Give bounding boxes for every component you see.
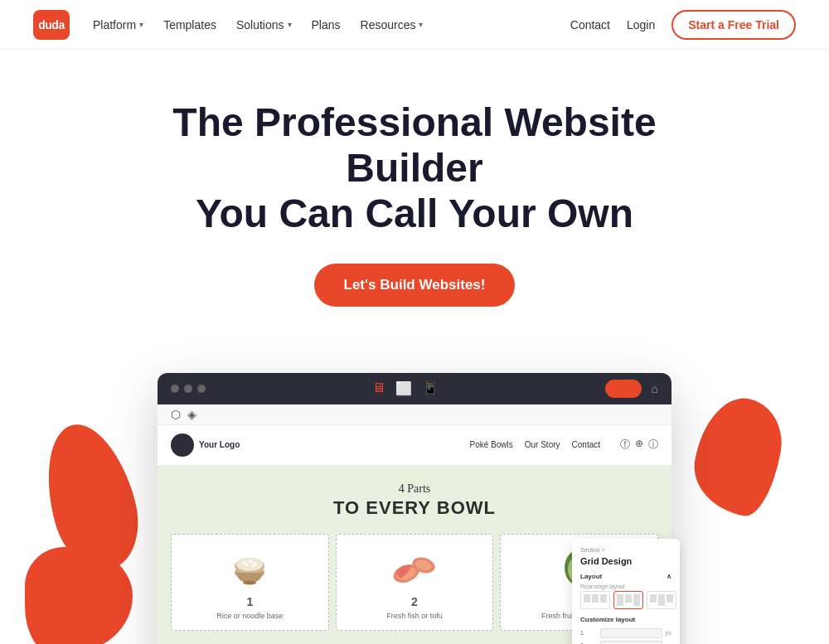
hero-section: The Professional Website Builder You Can… [0, 50, 829, 340]
grid-option-3[interactable] [647, 591, 676, 609]
browser-dot-3 [197, 385, 206, 393]
layers-icon[interactable]: ⬡ [171, 408, 181, 421]
grid-cell [650, 594, 657, 603]
nav-items: Platform ▾ Templates Solutions ▾ Plans R… [93, 18, 423, 31]
browser-bar: 🖥 ⬜ 📱 ⌂ [158, 373, 671, 404]
widget-icon[interactable]: ◈ [187, 408, 196, 421]
grid-option-2[interactable] [613, 591, 643, 609]
twitter-icon: ⓘ [648, 438, 658, 452]
grid-cell [600, 594, 607, 603]
cta-button[interactable]: Let's Build Websites! [314, 264, 516, 307]
logo[interactable]: duda [33, 10, 70, 40]
logo-box: duda [33, 10, 70, 40]
customize-rows: 1 px 2 px 3 ↖ [580, 628, 671, 644]
poke-number-2: 2 [343, 595, 487, 608]
browser-orange-button[interactable] [605, 380, 642, 398]
site-nav-links: Poké Bowls Our Story Contact [469, 440, 600, 449]
poke-title-main: TO EVERY BOWL [171, 497, 658, 519]
poke-number-1: 1 [178, 595, 322, 608]
panel-rearrange-label: Rearrange layout [580, 583, 671, 589]
browser-window: 🖥 ⬜ 📱 ⌂ ⬡ ◈ Your Logo Poké Bowls [158, 373, 671, 644]
grid-cell [667, 594, 673, 603]
instagram-icon: ⊕ [635, 438, 643, 452]
panel-section-label: Section > [580, 547, 671, 553]
site-nav-link-3: Contact [572, 440, 600, 449]
panel-grid-options [580, 591, 671, 609]
site-logo-circle [171, 433, 194, 457]
poke-image-salmon [343, 545, 487, 590]
nav-left: duda Platform ▾ Templates Solutions ▾ Pl… [33, 10, 423, 40]
mockup-section: 🖥 ⬜ 📱 ⌂ ⬡ ◈ Your Logo Poké Bowls [0, 356, 829, 644]
logo-text: duda [38, 18, 64, 31]
login-link[interactable]: Login [627, 18, 655, 31]
poke-desc-1: Rice or noodle base [178, 612, 322, 620]
site-logo: Your Logo [171, 433, 240, 457]
panel-layout-label: Layout ∧ [580, 573, 671, 580]
grid-cell [592, 594, 599, 603]
browser-device-icons: 🖥 ⬜ 📱 [372, 380, 439, 396]
nav-item-solutions[interactable]: Solutions ▾ [236, 18, 292, 31]
customize-row-2: 2 px [580, 641, 671, 644]
mobile-icon[interactable]: 📱 [422, 380, 439, 396]
browser-dot-1 [171, 385, 179, 393]
poke-image-bowl [178, 545, 322, 590]
grid-cell [633, 594, 640, 606]
nav-item-plans[interactable]: Plans [312, 18, 341, 31]
start-free-trial-button[interactable]: Start a Free Trial [671, 10, 796, 40]
svg-point-3 [242, 561, 247, 564]
grid-cell [584, 594, 590, 603]
tablet-icon[interactable]: ⬜ [395, 380, 412, 396]
px-label: px [666, 630, 671, 636]
hero-title: The Professional Website Builder You Can… [124, 99, 705, 237]
desktop-icon[interactable]: 🖥 [372, 380, 385, 396]
chevron-down-icon: ▾ [288, 20, 292, 29]
site-nav: Your Logo Poké Bowls Our Story Contact ⓕ… [158, 425, 671, 466]
row-label: 1 [580, 630, 597, 636]
salmon-svg [388, 549, 442, 586]
gap-input[interactable] [600, 628, 662, 638]
nav-right: Contact Login Start a Free Trial [570, 10, 796, 40]
svg-point-5 [252, 562, 257, 565]
chevron-down-icon: ▾ [139, 20, 143, 29]
poke-item-1: 1 Rice or noodle base [171, 534, 329, 631]
site-toolbar: ⬡ ◈ [158, 404, 671, 425]
site-nav-link-1: Poké Bowls [469, 440, 512, 449]
site-social-icons: ⓕ ⊕ ⓘ [620, 438, 658, 452]
svg-point-4 [248, 559, 253, 563]
grid-option-1[interactable] [580, 591, 610, 609]
poke-desc-2: Fresh fish or tofu [343, 612, 487, 620]
browser-dots [171, 385, 206, 393]
browser-dot-2 [184, 385, 192, 393]
poke-item-2: 2 Fresh fish or tofu [336, 534, 494, 631]
navbar: duda Platform ▾ Templates Solutions ▾ Pl… [0, 0, 829, 50]
svg-point-6 [245, 564, 250, 567]
gap-input-2[interactable] [600, 641, 662, 644]
poke-title-cursive: 4 Parts [171, 482, 658, 496]
nav-item-platform[interactable]: Platform ▾ [93, 18, 143, 31]
customize-label: Customize layout [580, 616, 671, 623]
blob-right-top [687, 391, 789, 520]
panel-title: Grid Design [580, 556, 671, 566]
chevron-down-icon: ▾ [419, 20, 423, 29]
grid-cell [625, 594, 632, 603]
home-icon[interactable]: ⌂ [652, 382, 658, 395]
svg-point-7 [251, 565, 255, 568]
grid-design-panel: Section > Grid Design Layout ∧ Rearrange… [572, 539, 680, 644]
nav-item-templates[interactable]: Templates [163, 18, 216, 31]
nav-item-resources[interactable]: Resources ▾ [361, 18, 424, 31]
contact-link[interactable]: Contact [570, 18, 610, 31]
grid-cell [658, 594, 665, 606]
chevron-up-icon: ∧ [667, 573, 671, 580]
facebook-icon: ⓕ [620, 438, 630, 452]
grid-cell [617, 594, 623, 606]
rice-bowl-svg [229, 546, 270, 588]
svg-point-8 [243, 581, 256, 585]
customize-row-1: 1 px [580, 628, 671, 638]
site-logo-text: Your Logo [199, 440, 240, 449]
site-nav-link-2: Our Story [525, 440, 560, 449]
